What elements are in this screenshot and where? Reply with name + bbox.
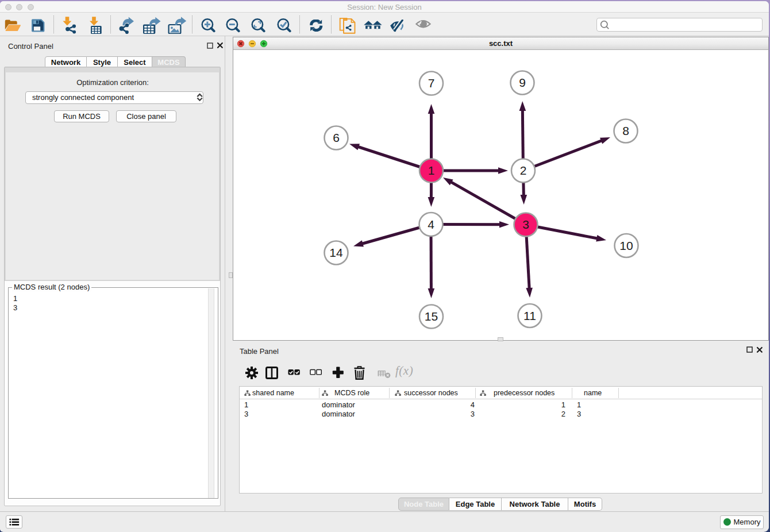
svg-text:10: 10 xyxy=(619,239,633,252)
svg-text:2: 2 xyxy=(520,164,527,177)
svg-text:7: 7 xyxy=(428,76,435,90)
svg-text:1: 1 xyxy=(428,164,435,177)
svg-text:3: 3 xyxy=(522,218,529,231)
svg-text:15: 15 xyxy=(425,310,438,323)
svg-text:4: 4 xyxy=(428,218,434,231)
svg-text:14: 14 xyxy=(329,246,343,259)
svg-text:8: 8 xyxy=(622,124,629,137)
svg-text:11: 11 xyxy=(523,309,536,322)
svg-text:6: 6 xyxy=(333,131,340,144)
svg-text:9: 9 xyxy=(519,76,526,89)
